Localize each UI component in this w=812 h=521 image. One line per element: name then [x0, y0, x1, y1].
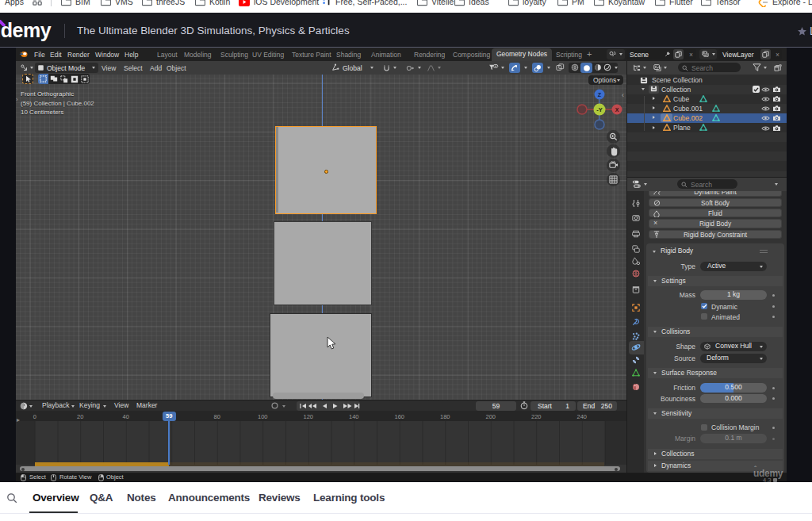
- svg-text:-Y: -Y: [596, 106, 603, 113]
- svg-text:X: X: [615, 107, 619, 113]
- svg-text:Z: Z: [598, 92, 602, 98]
